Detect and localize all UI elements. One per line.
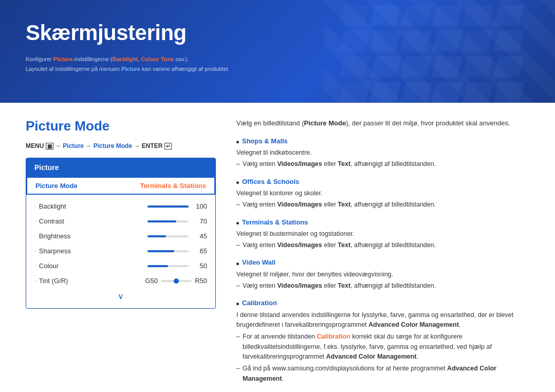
setting-row: · Contrast 70 bbox=[26, 214, 215, 229]
tint-label: Tint (G/R) bbox=[39, 277, 145, 285]
mode-list: Shops & Malls Velegnet til indkøbscentre… bbox=[236, 136, 529, 384]
brightness-label: Brightness bbox=[39, 232, 147, 240]
list-item: Video Wall Velegnet til miljøer, hvor de… bbox=[236, 257, 529, 291]
backlight-bar bbox=[147, 206, 189, 208]
shops-title: Shops & Malls bbox=[242, 136, 288, 146]
tint-row: · Tint (G/R) G50 R50 bbox=[26, 273, 215, 288]
backlight-label: Backlight bbox=[39, 202, 147, 210]
contrast-bar bbox=[147, 220, 189, 222]
calibration-header: Calibration bbox=[236, 298, 529, 310]
picture-ui-box: Picture Picture Mode Terminals & Station… bbox=[26, 158, 216, 309]
header-banner: Skærmjustering Konfigurer Picture-indsti… bbox=[0, 0, 555, 103]
colour-label: Colour bbox=[39, 262, 147, 270]
calibration-sub2: Gå ind på www.samsung.com/displaysolutio… bbox=[236, 364, 529, 384]
picture-mode-value: Terminals & Stations bbox=[140, 182, 206, 190]
setting-row: · Brightness 45 bbox=[26, 229, 215, 244]
offices-title: Offices & Schools bbox=[242, 177, 299, 187]
terminals-desc: Velegnet til busterminaler og togstation… bbox=[236, 229, 529, 239]
tint-labels: G50 R50 bbox=[145, 277, 207, 285]
bullet-icon bbox=[236, 222, 239, 225]
sharpness-bar-container: 65 bbox=[147, 247, 207, 255]
setting-dot: · bbox=[34, 218, 36, 224]
sharpness-value: 65 bbox=[193, 247, 207, 255]
offices-desc: Velegnet til kontorer og skoler. bbox=[236, 189, 529, 198]
brightness-bar bbox=[147, 235, 189, 237]
setting-dot: · bbox=[34, 203, 36, 209]
colour-bar-container: 50 bbox=[147, 262, 207, 270]
chevron-down-icon: ∨ bbox=[26, 288, 215, 304]
setting-row: · Sharpness 65 bbox=[26, 244, 215, 258]
setting-dot: · bbox=[34, 263, 36, 269]
picture-mode-label: Picture Mode bbox=[35, 182, 78, 190]
setting-dot: · bbox=[34, 248, 36, 254]
tint-r-value: R50 bbox=[195, 277, 207, 285]
calibration-title: Calibration bbox=[242, 298, 277, 308]
tint-g-value: G50 bbox=[145, 277, 158, 285]
colour-value: 50 bbox=[193, 262, 207, 270]
shops-desc: Velegnet til indkøbscentre. bbox=[236, 148, 529, 158]
contrast-bar-container: 70 bbox=[147, 217, 207, 225]
main-content: Picture Mode MENU ▦ → Picture → Picture … bbox=[0, 103, 555, 392]
picture-mode-row: Picture Mode Terminals & Stations bbox=[26, 177, 215, 195]
videowall-title: Video Wall bbox=[242, 257, 275, 268]
decorative-diamonds bbox=[342, 5, 524, 103]
intro-text: Vælg en billedtilstand (Picture Mode), d… bbox=[236, 118, 529, 129]
terminals-title: Terminals & Stations bbox=[242, 217, 308, 228]
videowall-desc: Velegnet til miljøer, hvor der benyttes … bbox=[236, 270, 529, 279]
list-item: Terminals & Stations Velegnet til buster… bbox=[236, 217, 529, 251]
list-item: Calibration I denne tilstand anvendes in… bbox=[236, 298, 529, 384]
setting-row: · Colour 50 bbox=[26, 258, 215, 273]
offices-sub: Vælg enten Videos/Images eller Text, afh… bbox=[236, 200, 529, 210]
setting-dot: · bbox=[34, 233, 36, 239]
section-title: Picture Mode bbox=[26, 118, 216, 134]
calibration-desc: I denne tilstand anvendes indstillingern… bbox=[236, 310, 529, 330]
subtitle-text-1: Konfigurer bbox=[26, 56, 53, 62]
shops-header: Shops & Malls bbox=[236, 136, 529, 148]
videowall-sub: Vælg enten Videos/Images eller Text, afh… bbox=[236, 281, 529, 291]
brightness-bar-container: 45 bbox=[147, 232, 207, 240]
left-column: Picture Mode MENU ▦ → Picture → Picture … bbox=[26, 118, 216, 391]
contrast-label: Contrast bbox=[39, 217, 147, 225]
bullet-icon bbox=[236, 263, 239, 265]
sharpness-bar bbox=[147, 250, 189, 252]
shops-sub: Vælg enten Videos/Images eller Text, afh… bbox=[236, 159, 529, 169]
terminals-header: Terminals & Stations bbox=[236, 217, 529, 229]
bullet-icon bbox=[236, 303, 239, 305]
tint-bar bbox=[161, 280, 192, 282]
picture-header: Picture bbox=[26, 158, 215, 177]
settings-list: · Backlight 100 · Contrast bbox=[26, 195, 215, 308]
list-item: Shops & Malls Velegnet til indkøbscentre… bbox=[236, 136, 529, 170]
setting-row: · Backlight 100 bbox=[26, 199, 215, 214]
brightness-value: 45 bbox=[193, 232, 207, 240]
contrast-value: 70 bbox=[193, 217, 207, 225]
sharpness-label: Sharpness bbox=[39, 247, 147, 255]
backlight-bar-container: 100 bbox=[147, 202, 207, 210]
subtitle-picture-highlight: Picture bbox=[53, 56, 72, 62]
terminals-sub: Vælg enten Videos/Images eller Text, afh… bbox=[236, 240, 529, 250]
colour-bar bbox=[147, 265, 189, 267]
bullet-icon bbox=[236, 141, 239, 143]
menu-path: MENU ▦ → Picture → Picture Mode → ENTER … bbox=[26, 142, 216, 150]
offices-header: Offices & Schools bbox=[236, 177, 529, 189]
bullet-icon bbox=[236, 181, 239, 184]
list-item: Offices & Schools Velegnet til kontorer … bbox=[236, 177, 529, 210]
right-column: Vælg en billedtilstand (Picture Mode), d… bbox=[236, 118, 529, 391]
videowall-header: Video Wall bbox=[236, 257, 529, 269]
calibration-sub1: For at anvende tilstanden Calibration ko… bbox=[236, 332, 529, 362]
backlight-value: 100 bbox=[193, 202, 207, 210]
tint-dot: · bbox=[34, 278, 36, 284]
